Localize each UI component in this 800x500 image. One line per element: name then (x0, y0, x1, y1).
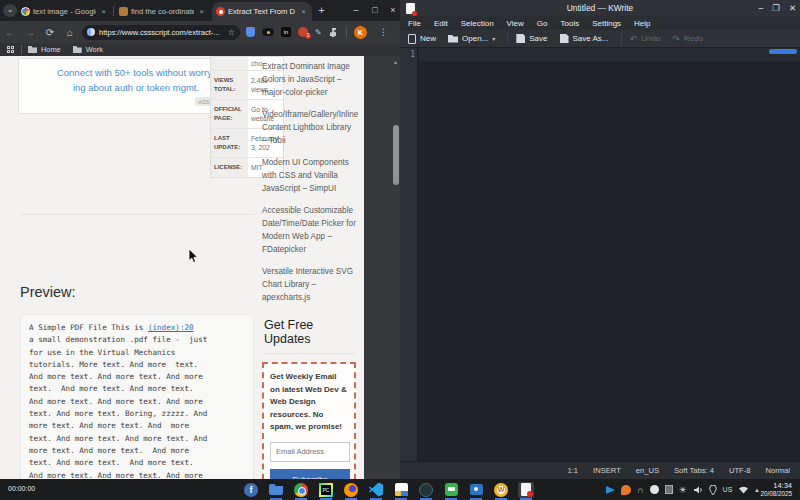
tab-divider (113, 6, 114, 16)
profile-avatar[interactable]: K (354, 26, 367, 39)
fedora-launcher-icon[interactable]: f (243, 482, 259, 498)
tab-close-icon[interactable]: × (197, 7, 206, 16)
tab-close-icon[interactable]: × (99, 7, 108, 16)
current-line-highlight (419, 48, 800, 61)
maximize-button[interactable]: ❐ (772, 0, 780, 16)
bookmark-label: Home (41, 45, 61, 54)
pycharm-icon[interactable]: PC (318, 482, 334, 498)
menu-view[interactable]: View (507, 19, 524, 28)
site-info-icon[interactable] (87, 28, 95, 36)
chrome-menu-icon[interactable]: ⋮ (379, 27, 388, 37)
file-manager-icon[interactable] (268, 482, 284, 498)
related-post-link[interactable]: Versatile Interactive SVG Chart Library … (262, 265, 358, 304)
related-post-link[interactable]: Video/Iframe/Gallery/Inline Content Ligh… (262, 108, 358, 147)
thunderbird-tray-icon[interactable] (621, 485, 631, 495)
kate-icon[interactable] (393, 482, 409, 498)
bookmark-star-icon[interactable]: ☆ (228, 28, 235, 37)
close-button[interactable]: ✕ (789, 0, 796, 16)
firefox-icon[interactable] (343, 482, 359, 498)
maximize-button[interactable]: □ (368, 3, 382, 17)
new-button[interactable]: New (408, 34, 436, 44)
scroll-up-arrow-icon[interactable]: ▲ (392, 58, 399, 66)
home-icon[interactable]: ⌂ (60, 27, 80, 38)
cursor-position[interactable]: 1:1 (568, 466, 579, 475)
scrollbar-position-indicator[interactable] (769, 49, 797, 54)
forward-icon[interactable]: → (20, 27, 40, 38)
highlight-mode[interactable]: Normal (766, 466, 790, 475)
tab-settings[interactable]: Soft Tabs: 4 (674, 466, 714, 475)
bookmark-folder-home[interactable]: Home (28, 45, 61, 54)
url-text[interactable]: https://www.cssscript.com/extract-... (99, 28, 225, 37)
save-as-button[interactable]: Save As... (560, 34, 609, 43)
related-post-link[interactable]: Accessible Customizable Date/Time/Date P… (262, 204, 358, 256)
location-pin-icon[interactable] (709, 485, 717, 495)
chrome-icon[interactable] (293, 482, 309, 498)
related-post-link[interactable]: Modern UI Components with CSS and Vanill… (262, 156, 358, 195)
web-page: Connect with 50+ tools without worry- in… (0, 56, 364, 479)
keyboard-layout-indicator[interactable]: US (723, 486, 733, 493)
tab-close-icon[interactable]: × (299, 7, 308, 16)
linkedin-extension-icon[interactable]: in (281, 27, 291, 37)
tab-coordinates[interactable]: find the co-ordinate × (115, 2, 210, 21)
encoding[interactable]: UTF-8 (729, 466, 751, 475)
shield-extension-icon[interactable] (246, 27, 255, 37)
menu-file[interactable]: File (408, 19, 421, 28)
dictionary[interactable]: en_US (636, 466, 659, 475)
related-post-link[interactable]: Extract Dominant Image Colors in JavaScr… (262, 60, 358, 99)
subscribe-button[interactable]: Subscribe (270, 469, 350, 480)
address-bar[interactable]: https://www.cssscript.com/extract-... ☆ (82, 25, 240, 40)
bookmark-folder-work[interactable]: Work (73, 45, 103, 54)
tab-search-button[interactable]: ⌄ (3, 4, 17, 17)
save-button[interactable]: Save (516, 34, 547, 43)
tab-title: text image - Google (33, 7, 96, 16)
menu-edit[interactable]: Edit (434, 19, 448, 28)
insert-mode[interactable]: INSERT (593, 466, 621, 475)
telegram-tray-icon[interactable] (606, 486, 615, 494)
minimize-button[interactable]: – (759, 0, 764, 16)
wifi-icon[interactable] (738, 485, 749, 494)
tab-strip: ⌄ text image - Google × find the co-ordi… (0, 0, 400, 21)
menu-selection[interactable]: Selection (461, 19, 494, 28)
status-dot-icon[interactable] (650, 485, 659, 494)
notification-extension-icon[interactable]: 3 (298, 27, 308, 37)
close-button[interactable]: × (386, 3, 400, 17)
menu-tools[interactable]: Tools (560, 19, 579, 28)
minimize-button[interactable]: – (349, 3, 363, 17)
clock-time: 14:34 (760, 481, 792, 490)
tab-extract-text-active[interactable]: Extract Text From D × (212, 2, 312, 21)
messaging-icon[interactable] (443, 482, 459, 498)
brightness-icon[interactable]: ☀ (679, 485, 687, 495)
volume-icon[interactable] (693, 485, 703, 495)
new-tab-button[interactable]: + (315, 4, 328, 17)
menu-help[interactable]: Help (634, 19, 650, 28)
eye-extension-icon[interactable] (262, 28, 274, 36)
email-input[interactable] (270, 442, 350, 462)
clipboard-icon[interactable] (665, 485, 673, 494)
reload-icon[interactable]: ⟳ (40, 27, 60, 38)
tab-text-image[interactable]: text image - Google × (17, 2, 112, 21)
bookmarks-divider (21, 45, 22, 54)
toolbox-icon[interactable] (468, 482, 484, 498)
gimp-icon[interactable] (418, 482, 434, 498)
window-title: Untitled — KWrite (400, 3, 800, 13)
scrollbar-thumb[interactable] (393, 125, 399, 185)
pen-extension-icon[interactable]: ✎ (315, 28, 322, 37)
apps-grid-icon[interactable] (7, 46, 15, 54)
clock[interactable]: 14:34 20/08/2025 (760, 481, 792, 497)
back-icon[interactable]: ← (0, 27, 20, 38)
kwrite-taskbar-icon[interactable] (518, 482, 534, 498)
line-number-gutter: 1 (400, 48, 418, 461)
vscode-icon[interactable] (368, 482, 384, 498)
text-editor-area[interactable]: 1 (400, 48, 800, 461)
chevron-down-icon[interactable]: ▾ (492, 35, 495, 42)
expand-tray-icon[interactable]: ▴ (755, 486, 759, 494)
extensions-puzzle-icon[interactable] (329, 27, 339, 37)
kwrite-titlebar[interactable]: Untitled — KWrite – ❐ ✕ (400, 0, 800, 16)
menu-go[interactable]: Go (537, 19, 548, 28)
menu-settings[interactable]: Settings (592, 19, 621, 28)
open-button[interactable]: Open... ▾ (448, 34, 495, 43)
index-link[interactable]: (index):20 (148, 323, 194, 332)
headphones-icon[interactable]: ∩ (637, 485, 644, 495)
sidebar-divider (264, 353, 356, 354)
wps-office-icon[interactable]: W (493, 482, 509, 498)
